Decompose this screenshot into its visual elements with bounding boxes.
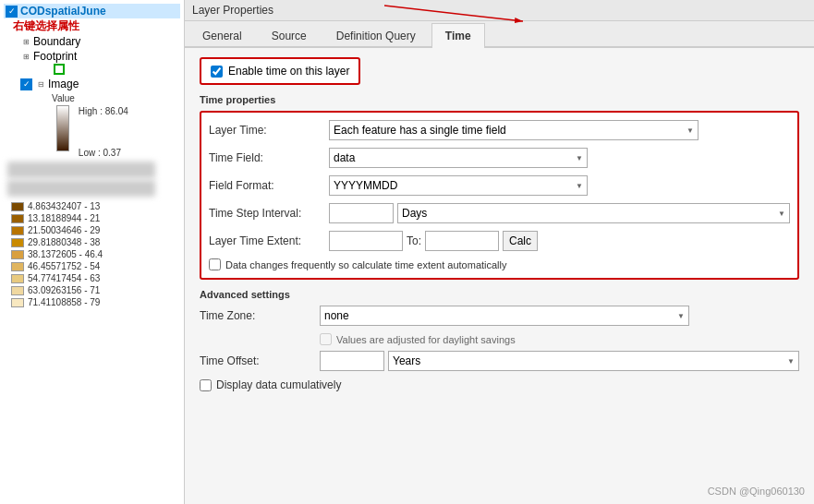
time-step-unit-value: Days (402, 207, 427, 220)
time-offset-input[interactable]: 0.00 (320, 351, 384, 371)
time-zone-arrow: ▼ (677, 312, 685, 320)
tree-item-boundary[interactable]: ⊞ Boundary (18, 34, 180, 49)
time-field-value: data (334, 151, 355, 164)
tab-general[interactable]: General (188, 23, 256, 48)
time-offset-unit-arrow: ▼ (787, 357, 795, 366)
high-label: High : 86.04 (79, 106, 128, 116)
field-format-dropdown[interactable]: YYYYMMDD ▼ (329, 175, 588, 196)
time-offset-unit-value: Years (393, 354, 420, 367)
tab-source[interactable]: Source (258, 23, 321, 48)
enable-time-checkbox[interactable] (211, 66, 223, 78)
time-start-input[interactable]: 2023/6/1 (329, 231, 403, 251)
footprint-color-symbol (54, 64, 65, 75)
image-expand[interactable]: ⊟ (35, 78, 46, 90)
time-step-unit-arrow: ▼ (778, 210, 785, 218)
time-step-unit-dropdown[interactable]: Days ▼ (397, 203, 790, 223)
window-title-text: Layer Properties (192, 4, 273, 17)
daylight-checkbox[interactable] (320, 333, 332, 345)
time-step-group: 1.00 Days ▼ (329, 203, 790, 223)
time-offset-unit-dropdown[interactable]: Years ▼ (388, 351, 799, 371)
display-cumulative-label: Display data cumulatively (216, 378, 341, 391)
layer-properties-panel: Layer Properties General Source Definiti… (185, 0, 814, 504)
field-format-value: YYYYMMDD (334, 179, 397, 192)
calc-button[interactable]: Calc (503, 231, 538, 251)
enable-time-label: Enable time on this layer (228, 65, 349, 78)
layer-tree-panel: CODspatialJune 右键选择属性 ⊞ Boundary ⊞ Footp… (0, 0, 185, 504)
time-offset-row: Time Offset: 0.00 Years ▼ (200, 351, 799, 371)
time-offset-label: Time Offset: (200, 354, 320, 367)
time-zone-dropdown[interactable]: none ▼ (320, 306, 689, 326)
svg-line-1 (384, 6, 523, 21)
time-step-input[interactable]: 1.00 (329, 203, 394, 223)
time-zone-label: Time Zone: (200, 309, 320, 322)
legend-list: 4.863432407 - 13 13.18188944 - 21 21.500… (4, 200, 180, 308)
boundary-expand[interactable]: ⊞ (20, 36, 31, 47)
csdn-watermark: CSDN @Qing060130 (708, 486, 805, 497)
field-format-arrow: ▼ (576, 182, 583, 190)
time-end-input[interactable]: 2023/6/26 (425, 231, 499, 251)
time-to-label: To: (407, 234, 421, 247)
time-properties-header: Time properties (200, 94, 799, 105)
layer-time-extent-label: Layer Time Extent: (209, 234, 329, 247)
auto-calc-label: Data changes frequently so calculate tim… (225, 259, 507, 270)
auto-calc-checkbox[interactable] (209, 258, 221, 270)
field-format-row: Field Format: YYYYMMDD ▼ (209, 175, 790, 196)
tab-definition-query[interactable]: Definition Query (322, 23, 430, 48)
image-label: Image (48, 78, 79, 90)
layer-time-extent-row: Layer Time Extent: 2023/6/1 To: 2023/6/2… (209, 231, 790, 251)
footprint-expand[interactable]: ⊞ (20, 51, 31, 62)
time-field-arrow: ▼ (576, 154, 583, 162)
gradient-bar (56, 105, 69, 151)
time-zone-row: Time Zone: none ▼ (200, 306, 799, 326)
image-checkbox[interactable] (20, 78, 32, 90)
time-tab-content: Enable time on this layer Time propertie… (185, 48, 814, 504)
boundary-label: Boundary (33, 35, 80, 48)
daylight-savings-row: Values are adjusted for daylight savings (320, 333, 799, 345)
time-field-dropdown[interactable]: data ▼ (329, 148, 588, 168)
layer-time-label: Layer Time: (209, 124, 329, 137)
footprint-label: Footprint (33, 50, 77, 63)
layer-time-arrow: ▼ (686, 126, 694, 135)
time-extent-group: 2023/6/1 To: 2023/6/26 Calc (329, 231, 790, 251)
blurred-item (7, 162, 180, 178)
tree-item-codspatial[interactable]: CODspatialJune (4, 4, 180, 18)
blurred-item-2 (7, 180, 180, 197)
layer-time-row: Layer Time: Each feature has a single ti… (209, 120, 790, 140)
time-field-label: Time Field: (209, 151, 329, 164)
low-label: Low : 0.37 (79, 148, 128, 158)
value-label: Value (52, 93, 75, 103)
tree-item-footprint[interactable]: ⊞ Footprint (18, 49, 180, 64)
time-field-row: Time Field: data ▼ (209, 148, 790, 168)
display-cumulative-row: Display data cumulatively (200, 378, 799, 391)
codspatial-label: CODspatialJune (20, 5, 106, 18)
tab-time[interactable]: Time (431, 23, 485, 48)
codspatial-checkbox[interactable] (6, 6, 18, 18)
tree-item-image[interactable]: ⊟ Image (18, 77, 180, 91)
layer-time-value: Each feature has a single time field (334, 124, 506, 137)
time-step-label: Time Step Interval: (209, 207, 329, 220)
daylight-label: Values are adjusted for daylight savings (336, 334, 516, 345)
field-format-label: Field Format: (209, 179, 329, 192)
time-offset-group: 0.00 Years ▼ (320, 351, 799, 371)
layer-time-dropdown[interactable]: Each feature has a single time field ▼ (329, 120, 699, 140)
advanced-settings-header: Advanced settings (200, 289, 799, 300)
enable-time-section: Enable time on this layer (200, 57, 360, 85)
time-zone-value: none (324, 309, 349, 322)
time-step-row: Time Step Interval: 1.00 Days ▼ (209, 203, 790, 223)
right-click-hint: 右键选择属性 (13, 18, 180, 34)
window-title-bar: Layer Properties (185, 0, 814, 21)
display-cumulative-checkbox[interactable] (200, 379, 212, 391)
advanced-settings-section: Advanced settings Time Zone: none ▼ Valu… (200, 289, 799, 391)
time-properties-box: Layer Time: Each feature has a single ti… (200, 111, 799, 280)
auto-calc-row: Data changes frequently so calculate tim… (209, 258, 790, 270)
